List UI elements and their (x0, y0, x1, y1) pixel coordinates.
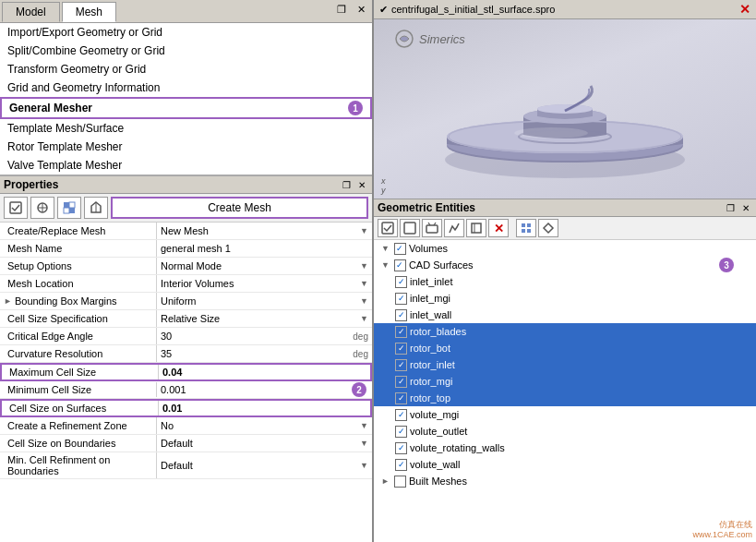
menu-item-general-mesher[interactable]: General Mesher 1 (0, 97, 372, 119)
tree-item-volute-wall[interactable]: ✓ volute_wall (374, 456, 756, 473)
brand-label: Simerics (419, 32, 465, 46)
prop-row-create-replace: Create/Replace Mesh New Mesh ▼ (0, 223, 372, 240)
tool-btn-mesh-icon3[interactable] (57, 197, 81, 219)
float-icon[interactable]: ❐ (340, 179, 354, 191)
viewport-pin-icon[interactable]: ✔ (379, 4, 388, 16)
prop-value[interactable]: 0.04 (159, 365, 370, 379)
prop-name: Maximum Cell Size (2, 365, 159, 379)
xyz-indicator: xy (381, 176, 386, 195)
tree-label-cad-surfaces: CAD Surfaces (409, 259, 474, 271)
tool-btn-mesh-icon4[interactable] (84, 197, 108, 219)
prop-value[interactable]: New Mesh ▼ (157, 223, 372, 239)
menu-item-valve-template[interactable]: Valve Template Mesher (0, 156, 372, 175)
prop-value[interactable]: Normal Mode ▼ (157, 258, 372, 274)
prop-value[interactable]: 30 deg (157, 328, 372, 344)
prop-row-setup-options: Setup Options Normal Mode ▼ (0, 258, 372, 275)
unit-deg2: deg (353, 349, 368, 359)
tree-item-volute-mgi[interactable]: ✓ volute_mgi (374, 406, 756, 423)
tree-item-inlet-mgi[interactable]: ✓ inlet_mgi (374, 290, 756, 307)
left-panel: Model Mesh ❐ ✕ Import/Export Geometry or… (0, 0, 374, 542)
tree-label-volute-wall: volute_wall (410, 459, 460, 470)
tree-item-cad-surfaces[interactable]: ▼ ✓ CAD Surfaces 3 (374, 257, 756, 273)
svg-rect-22 (382, 223, 393, 234)
tool-btn-mesh-select[interactable] (4, 197, 28, 219)
tree-item-rotor-blades[interactable]: ✓ rotor_blades (374, 323, 756, 340)
geo-entities-header: Geometric Entities ❐ ✕ (374, 199, 756, 217)
close-panel-icon[interactable]: ✕ (353, 2, 370, 22)
geo-tool-4[interactable] (444, 219, 464, 237)
prop-value[interactable]: Default ▼ (157, 435, 372, 452)
menu-badge-1: 1 (348, 101, 363, 115)
geo-close-icon[interactable]: ✕ (739, 202, 752, 214)
tree-label-volute-rotating-walls: volute_rotating_walls (410, 442, 505, 453)
geo-tool-1[interactable] (378, 219, 398, 237)
viewport-titlebar: ✔ centrifugal_s_initial_stl_surface.spro… (374, 0, 756, 19)
create-mesh-button[interactable]: Create Mesh (111, 197, 368, 219)
prop-value[interactable]: 0.001 (157, 382, 372, 397)
prop-value[interactable]: general mesh 1 (157, 240, 372, 257)
menu-item-rotor-template[interactable]: Rotor Template Mesher (0, 138, 372, 156)
close-properties-icon[interactable]: ✕ (355, 179, 368, 191)
geo-tool-delete[interactable]: ✕ (488, 219, 509, 237)
svg-rect-30 (522, 229, 525, 233)
brand-logo: Simerics (394, 29, 465, 49)
svg-point-21 (514, 127, 588, 139)
svg-rect-23 (404, 223, 415, 234)
tree-item-inlet-inlet[interactable]: ✓ inlet_inlet (374, 273, 756, 290)
tree-item-rotor-inlet[interactable]: ✓ rotor_inlet (374, 356, 756, 373)
geo-tool-6[interactable] (516, 219, 536, 237)
top-tabs: Model Mesh ❐ ✕ (0, 0, 372, 23)
menu-item-split-combine[interactable]: Split/Combine Geometry or Grid (0, 42, 372, 60)
tree-item-rotor-mgi[interactable]: ✓ rotor_mgi (374, 373, 756, 390)
geo-tool-7[interactable] (538, 219, 558, 237)
properties-toolbar: Create Mesh (0, 194, 372, 223)
tree-item-inlet-wall[interactable]: ✓ inlet_wall (374, 307, 756, 323)
geo-float-icon[interactable]: ❐ (724, 202, 738, 214)
geo-tree: ▼ ✓ Volumes ▼ ✓ CAD Surfaces 3 ✓ inlet_i… (374, 240, 756, 542)
watermark: 仿真在线www.1CAE.com (692, 520, 752, 540)
prop-value[interactable]: 35 deg (157, 345, 372, 362)
svg-rect-29 (527, 223, 531, 227)
viewport-close-icon[interactable]: ✕ (739, 2, 750, 17)
tree-label-inlet-mgi: inlet_mgi (410, 293, 450, 304)
tree-label-rotor-inlet: rotor_inlet (410, 359, 455, 370)
menu-item-template-mesh[interactable]: Template Mesh/Surface (0, 119, 372, 138)
tree-item-volumes[interactable]: ▼ ✓ Volumes (374, 240, 756, 257)
tree-label-rotor-blades: rotor_blades (410, 326, 466, 337)
prop-value[interactable]: Default ▼ (157, 452, 372, 478)
prop-value[interactable]: Uniform ▼ (157, 293, 372, 309)
tree-item-built-meshes[interactable]: ► Built Meshes (374, 473, 756, 489)
tree-label-volumes: Volumes (409, 243, 448, 254)
tree-item-rotor-bot[interactable]: ✓ rotor_bot (374, 340, 756, 356)
menu-item-grid-info[interactable]: Grid and Geometry Information (0, 78, 372, 97)
prop-name: Critical Edge Angle (0, 328, 157, 344)
viewport-title: centrifugal_s_initial_stl_surface.spro (391, 4, 555, 15)
prop-value[interactable]: Relative Size ▼ (157, 310, 372, 327)
prop-row-curvature: Curvature Resolution 35 deg (0, 345, 372, 363)
3d-viewport[interactable]: Simerics (374, 19, 756, 199)
prop-name: Min. Cell Refinment on Boundaries (0, 452, 157, 478)
tool-btn-mesh-icon2[interactable] (30, 197, 54, 219)
unit-deg1: deg (353, 331, 368, 342)
prop-name: Mesh Name (0, 240, 157, 257)
prop-value[interactable]: Interior Volumes ▼ (157, 275, 372, 292)
tree-item-volute-outlet[interactable]: ✓ volute_outlet (374, 423, 756, 440)
tree-item-rotor-top[interactable]: ✓ rotor_top (374, 390, 756, 406)
menu-item-import-export[interactable]: Import/Export Geometry or Grid (0, 23, 372, 42)
geo-tool-3[interactable] (422, 219, 442, 237)
prop-row-mesh-name: Mesh Name general mesh 1 (0, 240, 372, 258)
prop-name: Cell Size Specification (0, 310, 157, 327)
geo-tool-2[interactable] (400, 219, 420, 237)
impeller-3d (417, 35, 713, 192)
tab-model[interactable]: Model (2, 2, 60, 22)
prop-value[interactable]: No ▼ (157, 417, 372, 434)
tree-item-volute-rotating-walls[interactable]: ✓ volute_rotating_walls (374, 440, 756, 456)
prop-value[interactable]: 0.01 (159, 401, 370, 416)
menu-item-transform[interactable]: Transform Geometry or Grid (0, 60, 372, 78)
tab-mesh[interactable]: Mesh (62, 2, 116, 22)
tree-label-inlet-wall: inlet_wall (410, 309, 451, 320)
restore-icon[interactable]: ❐ (332, 2, 351, 22)
geo-toolbar: ✕ (374, 217, 756, 240)
tree-label-inlet-inlet: inlet_inlet (410, 276, 452, 287)
geo-tool-5[interactable] (466, 219, 486, 237)
